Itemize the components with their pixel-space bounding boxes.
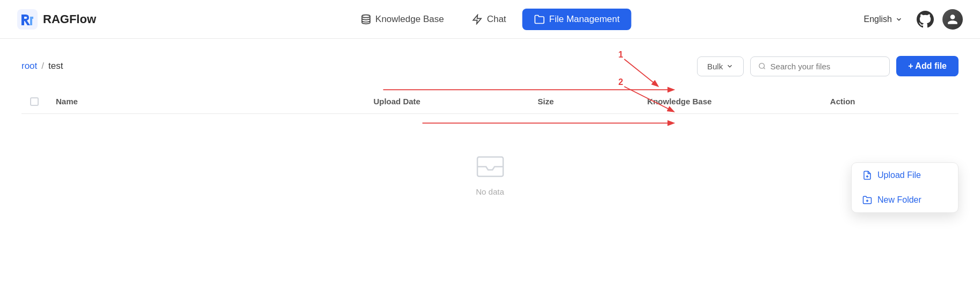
logo-text: RAGFlow — [43, 12, 96, 26]
breadcrumb: root / test — [21, 61, 63, 72]
col-name-header: Name — [47, 89, 365, 114]
svg-text:2: 2 — [619, 77, 623, 87]
col-kb-header: Knowledge Base — [638, 89, 821, 114]
table-header: Name Upload Date Size Knowledge Base Act… — [21, 89, 959, 114]
empty-state-icon — [473, 146, 507, 181]
svg-point-10 — [759, 63, 765, 69]
table-header-row: Name Upload Date Size Knowledge Base Act… — [21, 89, 959, 114]
new-folder-option[interactable]: New Folder — [852, 188, 958, 212]
no-data-area: No data — [21, 114, 959, 218]
search-icon — [758, 62, 766, 70]
main-nav: Knowledge Base Chat File Management — [349, 9, 631, 30]
user-avatar[interactable] — [942, 9, 963, 30]
nav-file-management-label: File Management — [549, 14, 620, 25]
search-box — [750, 56, 890, 76]
no-data-cell: No data — [21, 114, 959, 218]
svg-point-1 — [362, 15, 370, 17]
header-right: English — [859, 9, 963, 30]
add-file-label: + Add file — [908, 61, 947, 71]
new-folder-label: New Folder — [877, 195, 921, 205]
ragflow-logo-icon — [17, 9, 38, 30]
upload-file-option[interactable]: Upload File — [852, 163, 958, 188]
add-file-dropdown: Upload File New Folder — [851, 162, 959, 213]
language-label: English — [864, 15, 892, 24]
col-action-header: Action — [822, 89, 959, 114]
bulk-button[interactable]: Bulk — [697, 56, 744, 76]
file-table: Name Upload Date Size Knowledge Base Act… — [21, 89, 959, 218]
bulk-label: Bulk — [707, 62, 723, 71]
chevron-down-icon — [895, 16, 903, 23]
header: RAGFlow Knowledge Base Chat File Manage — [0, 0, 980, 39]
github-icon[interactable] — [917, 11, 934, 28]
nav-knowledge-base-label: Knowledge Base — [375, 14, 444, 25]
main-content: 1 2 root / test Bulk — [0, 39, 980, 235]
svg-line-11 — [764, 68, 765, 69]
database-icon — [360, 14, 371, 25]
toolbar-row: root / test Bulk + A — [21, 56, 959, 76]
avatar-icon — [947, 13, 959, 25]
upload-file-icon — [862, 170, 872, 180]
no-data-row: No data — [21, 114, 959, 218]
select-all-checkbox[interactable] — [30, 97, 39, 106]
breadcrumb-current: test — [48, 61, 63, 72]
no-data-text: No data — [476, 187, 504, 196]
nav-chat[interactable]: Chat — [460, 9, 518, 30]
bulk-chevron-icon — [726, 62, 734, 70]
col-size-header: Size — [529, 89, 638, 114]
nav-chat-label: Chat — [487, 14, 506, 25]
nav-file-management[interactable]: File Management — [522, 9, 631, 30]
col-date-header: Upload Date — [365, 89, 529, 114]
new-folder-icon — [862, 195, 872, 205]
add-file-button[interactable]: + Add file — [896, 56, 959, 76]
toolbar-right: Bulk + Add file — [697, 56, 959, 76]
logo-area: RAGFlow — [17, 9, 96, 30]
breadcrumb-separator: / — [41, 61, 44, 72]
folder-icon — [534, 14, 545, 25]
svg-marker-2 — [473, 15, 481, 24]
breadcrumb-root[interactable]: root — [21, 61, 37, 72]
chat-icon — [472, 14, 483, 25]
upload-file-label: Upload File — [877, 170, 921, 180]
nav-knowledge-base[interactable]: Knowledge Base — [349, 9, 456, 30]
search-input[interactable] — [771, 62, 882, 71]
table-body: No data — [21, 114, 959, 218]
col-checkbox — [21, 89, 47, 114]
language-selector[interactable]: English — [859, 11, 908, 27]
